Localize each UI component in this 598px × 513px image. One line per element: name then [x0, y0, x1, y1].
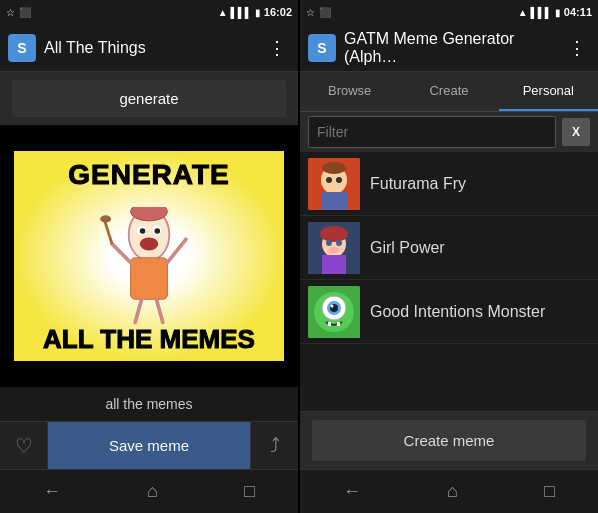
- filter-input[interactable]: [308, 116, 556, 148]
- right-recent-button[interactable]: □: [524, 473, 575, 510]
- svg-point-19: [336, 177, 342, 183]
- meme-list-item-fry[interactable]: Futurama Fry: [300, 152, 598, 216]
- meme-item-name-girl: Girl Power: [370, 239, 445, 257]
- svg-line-8: [112, 244, 130, 262]
- tab-browse[interactable]: Browse: [300, 72, 399, 111]
- right-phone: ☆ ⬛ ▲ ▌▌▌ ▮ 04:11 S GATM Meme Generator …: [300, 0, 598, 513]
- meme-image-area: GENERATE: [0, 125, 298, 387]
- meme-bottom-text: ALL THE MEMES: [14, 324, 284, 355]
- left-back-button[interactable]: ←: [23, 473, 81, 510]
- left-app-icon: S: [8, 34, 36, 62]
- left-home-button[interactable]: ⌂: [127, 473, 178, 510]
- right-time: 04:11: [564, 6, 592, 18]
- left-status-right: ▲ ▌▌▌ ▮ 16:02: [218, 6, 292, 18]
- right-menu-button[interactable]: ⋮: [564, 33, 590, 63]
- right-status-bar: ☆ ⬛ ▲ ▌▌▌ ▮ 04:11: [300, 0, 598, 24]
- svg-rect-34: [337, 322, 340, 326]
- right-wifi-icon: ▲: [518, 7, 528, 18]
- svg-rect-16: [321, 192, 347, 210]
- right-extra-icon: ⬛: [319, 7, 331, 18]
- generate-button[interactable]: generate: [12, 80, 286, 117]
- svg-point-18: [326, 177, 332, 183]
- left-recent-button[interactable]: □: [224, 473, 275, 510]
- svg-point-32: [331, 304, 334, 307]
- meme-item-name-fry: Futurama Fry: [370, 175, 466, 193]
- tab-personal[interactable]: Personal: [499, 72, 598, 111]
- svg-rect-22: [322, 255, 346, 274]
- left-notification-icon: ☆: [6, 7, 15, 18]
- right-signal-icon: ▌▌▌: [531, 7, 552, 18]
- left-wifi-icon: ▲: [218, 7, 228, 18]
- left-nav-bar: ← ⌂ □: [0, 469, 298, 513]
- left-menu-button[interactable]: ⋮: [264, 33, 290, 63]
- left-extra-icon: ⬛: [19, 7, 31, 18]
- svg-point-24: [326, 240, 332, 246]
- create-meme-area: Create meme: [300, 411, 598, 469]
- svg-line-13: [156, 299, 162, 322]
- caption-area: all the memes: [0, 387, 298, 421]
- left-battery-icon: ▮: [255, 7, 261, 18]
- left-signal-icon: ▌▌▌: [231, 7, 252, 18]
- share-button[interactable]: ⤴: [250, 422, 298, 470]
- heart-button[interactable]: ♡: [0, 422, 48, 470]
- left-status-icons: ☆ ⬛: [6, 7, 31, 18]
- filter-clear-button[interactable]: X: [562, 118, 590, 146]
- meme-item-name-monster: Good Intentions Monster: [370, 303, 545, 321]
- left-app-title: All The Things: [44, 39, 264, 57]
- tab-create[interactable]: Create: [399, 72, 498, 111]
- right-content: Browse Create Personal X: [300, 72, 598, 469]
- meme-container: GENERATE: [14, 151, 284, 361]
- right-app-title: GATM Meme Generator (Alph…: [344, 30, 564, 66]
- meme-list-item-monster[interactable]: Good Intentions Monster: [300, 280, 598, 344]
- svg-line-12: [135, 299, 141, 322]
- tabs: Browse Create Personal: [300, 72, 598, 112]
- tab-browse-label: Browse: [328, 83, 371, 98]
- right-back-button[interactable]: ←: [323, 473, 381, 510]
- right-status-right: ▲ ▌▌▌ ▮ 04:11: [518, 6, 592, 18]
- left-status-bar: ☆ ⬛ ▲ ▌▌▌ ▮ 16:02: [0, 0, 298, 24]
- right-app-icon: S: [308, 34, 336, 62]
- tab-create-label: Create: [429, 83, 468, 98]
- svg-rect-33: [328, 322, 331, 326]
- left-app-bar: S All The Things ⋮: [0, 24, 298, 72]
- filter-bar: X: [300, 112, 598, 152]
- caption-text: all the memes: [105, 396, 192, 412]
- svg-point-11: [100, 215, 111, 222]
- meme-list-item-girl[interactable]: Girl Power: [300, 216, 598, 280]
- svg-point-23: [320, 226, 348, 242]
- meme-list: Futurama Fry Girl Power: [300, 152, 598, 411]
- save-meme-button[interactable]: Save meme: [48, 422, 250, 470]
- meme-thumb-girl: [308, 222, 360, 274]
- left-phone: ☆ ⬛ ▲ ▌▌▌ ▮ 16:02 S All The Things ⋮ gen…: [0, 0, 298, 513]
- right-status-icons: ☆ ⬛: [306, 7, 331, 18]
- svg-point-26: [329, 247, 339, 253]
- right-nav-bar: ← ⌂ □: [300, 469, 598, 513]
- meme-figure: [99, 207, 199, 331]
- svg-point-4: [155, 228, 161, 234]
- right-home-button[interactable]: ⌂: [427, 473, 478, 510]
- right-app-bar: S GATM Meme Generator (Alph… ⋮: [300, 24, 598, 72]
- meme-thumb-monster: [308, 286, 360, 338]
- meme-top-text: GENERATE: [14, 159, 284, 191]
- create-meme-button[interactable]: Create meme: [312, 420, 586, 461]
- svg-line-9: [167, 239, 185, 262]
- svg-rect-7: [131, 258, 168, 300]
- svg-point-3: [140, 228, 146, 234]
- left-generate-area: generate: [0, 72, 298, 125]
- tab-personal-label: Personal: [523, 83, 574, 98]
- bottom-actions: ♡ Save meme ⤴: [0, 421, 298, 469]
- right-battery-icon: ▮: [555, 7, 561, 18]
- meme-thumb-fry: [308, 158, 360, 210]
- left-content: generate GENERATE: [0, 72, 298, 469]
- svg-point-17: [322, 162, 346, 174]
- svg-point-25: [336, 240, 342, 246]
- right-notification-icon: ☆: [306, 7, 315, 18]
- svg-line-10: [105, 221, 112, 244]
- svg-point-5: [140, 237, 158, 250]
- left-time: 16:02: [264, 6, 292, 18]
